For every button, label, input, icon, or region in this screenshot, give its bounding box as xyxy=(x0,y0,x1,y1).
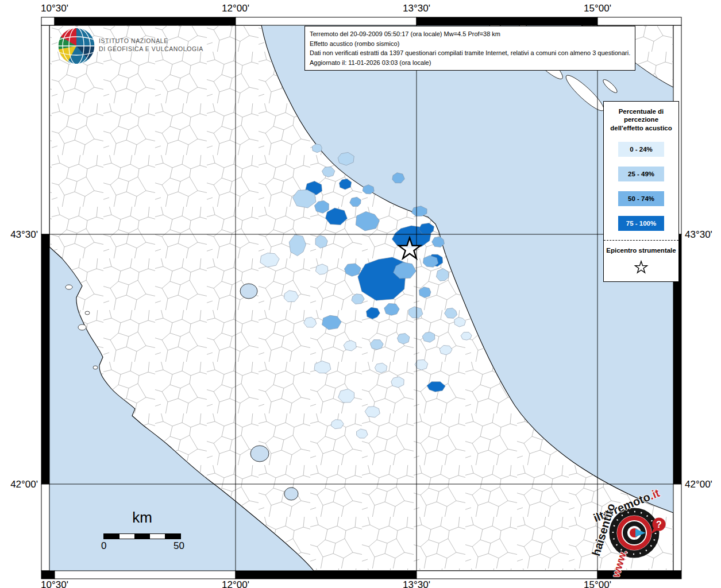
map-page: 10°30' 12°00' 13°30' 15°00' 10°30' 12°00… xyxy=(0,0,721,588)
scale-bar: km 0 50 xyxy=(103,509,181,551)
ingv-logo-text: ISTITUTO NAZIONALE DI GEOFISICA E VULCAN… xyxy=(99,37,203,53)
ingv-globe-icon xyxy=(56,26,97,66)
axis-label-top-2: 12°00' xyxy=(222,3,249,14)
axis-label-bottom-3: 13°30' xyxy=(403,579,430,588)
event-info-line1: Terremoto del 20-09-2009 05:50:17 (ora l… xyxy=(310,29,630,39)
axis-label-bottom-4: 15°00' xyxy=(584,579,611,588)
legend-epicenter-title: Epicentro strumentale xyxy=(604,246,678,255)
ingv-logo-line1: ISTITUTO NAZIONALE xyxy=(99,37,203,45)
ingv-logo-line2: DI GEOFISICA E VULCANOLOGIA xyxy=(99,45,203,53)
axis-label-top-3: 13°30' xyxy=(403,3,430,14)
legend-class-swatch: 0 - 24% xyxy=(618,142,664,157)
legend-divider xyxy=(604,240,678,241)
event-info-line3: Dati non verificati estratti da 1397 que… xyxy=(310,48,630,58)
map-canvas xyxy=(0,0,721,588)
axis-label-left-2: 42°00' xyxy=(0,479,38,490)
epicenter-legend-star-icon xyxy=(634,260,649,276)
scale-bar-end: 50 xyxy=(173,540,184,552)
legend-class-swatch: 25 - 49% xyxy=(618,167,664,181)
question-mark: ? xyxy=(656,520,662,529)
axis-label-top-4: 15°00' xyxy=(584,3,611,14)
axis-label-right-2: 42°00' xyxy=(685,479,721,490)
scale-bar-unit: km xyxy=(103,509,181,527)
scale-bar-start: 0 xyxy=(101,540,106,552)
scale-bar-segments xyxy=(103,533,181,539)
axis-label-top-1: 10°30' xyxy=(41,3,68,14)
event-info-line2: Effetto acustico (rombo sismico) xyxy=(310,39,630,49)
legend-title: Percentuale di percezione dell'effetto a… xyxy=(604,107,678,132)
axis-label-right-1: 43°30' xyxy=(685,229,721,241)
legend-panel: Percentuale di percezione dell'effetto a… xyxy=(603,101,679,282)
axis-label-left-1: 43°30' xyxy=(0,229,38,241)
axis-label-bottom-2: 12°00' xyxy=(222,579,249,588)
event-info-box: Terremoto del 20-09-2009 05:50:17 (ora l… xyxy=(304,26,635,71)
event-info-line4: Aggiornato il: 11-01-2026 03:03 (ora loc… xyxy=(310,58,630,68)
axis-label-bottom-1: 10°30' xyxy=(41,579,68,588)
legend-class-swatch: 75 - 100% xyxy=(618,216,664,231)
legend-class-swatch: 50 - 74% xyxy=(618,191,664,206)
